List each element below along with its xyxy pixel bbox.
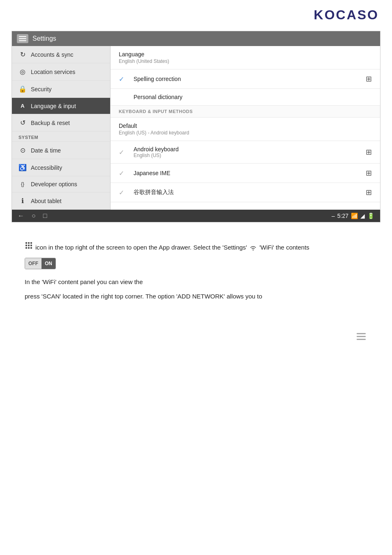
system-section-label: SYSTEM [12,132,110,142]
back-button[interactable]: ← [18,212,24,220]
spelling-correction-row[interactable]: ✓ Spelling correction ⊞ [111,69,380,89]
wifi-icon-inline [249,242,257,253]
japanese-ime-row[interactable]: ✓ Japanese IME ⊞ [111,164,380,183]
svg-rect-10 [357,333,366,334]
default-keyboard-subtitle: English (US) - Android keyboard [119,130,189,136]
language-title: Language [119,51,144,58]
app-drawer-icon-inline [25,241,33,253]
guge-input-check: ✓ [119,189,129,197]
body-line-2: In the 'WiFi' content panel you can view… [25,277,367,287]
android-keyboard-subtitle: English (US) [134,153,361,158]
time-display: 5:27 [337,213,348,219]
android-keyboard-row[interactable]: ✓ Android keyboard English (US) ⊞ [111,141,380,164]
wifi-toggle[interactable]: OFF ON [25,258,56,269]
default-keyboard-label: Default [119,123,137,129]
android-keyboard-label: Android keyboard [134,146,361,153]
guge-input-row[interactable]: ✓ 谷歌拼音输入法 ⊞ [111,183,380,202]
accounts-sync-icon: ↻ [18,51,27,58]
android-keyboard-check: ✓ [119,148,129,156]
location-services-icon: ◎ [18,68,27,76]
svg-rect-11 [357,336,366,337]
svg-rect-8 [30,247,32,249]
svg-rect-12 [357,339,366,340]
svg-rect-2 [30,242,32,244]
japanese-ime-settings-icon[interactable]: ⊞ [366,169,372,178]
sidebar-label-security: Security [31,86,52,92]
spelling-correction-check: ✓ [119,75,129,83]
instruction-line-1: icon in the top right of the screen to o… [25,241,367,253]
sidebar-item-accounts-sync[interactable]: ↻ Accounts & sync [12,46,110,63]
developer-options-icon: {} [18,181,27,187]
sidebar-label-location-services: Location services [31,69,75,75]
status-bar: ← ○ □ – 5:27 📶 ◢ 🔋 [12,210,380,222]
sidebar-label-accounts-sync: Accounts & sync [31,51,74,58]
sidebar-label-about-tablet: About tablet [31,198,62,204]
guge-input-label: 谷歌拼音输入法 [134,189,174,196]
svg-rect-0 [25,242,27,244]
settings-title: Settings [32,35,56,42]
brand-logo: KOCASO [0,0,392,27]
svg-rect-6 [25,247,27,249]
japanese-ime-label: Japanese IME [134,170,171,176]
main-content: Language English (United States) ✓ Spell… [111,46,380,210]
sidebar-item-developer-options[interactable]: {} Developer options [12,176,110,192]
bottom-area [25,306,367,388]
security-icon: 🔒 [18,85,27,93]
sidebar-label-backup-reset: Backup & reset [31,120,70,126]
spelling-correction-label: Spelling correction [134,76,181,82]
settings-body: ↻ Accounts & sync ◎ Location services 🔒 … [12,46,380,210]
spelling-correction-settings-icon[interactable]: ⊞ [366,74,372,83]
svg-rect-7 [28,247,30,249]
about-tablet-icon: ℹ [18,197,27,205]
svg-rect-4 [28,245,30,246]
svg-point-9 [253,250,254,250]
body-line-3: press 'SCAN' located in the right top co… [25,291,367,302]
recents-button[interactable]: □ [43,212,47,220]
wifi-status-icon: 📶 [351,213,358,219]
keyboard-section-header: KEYBOARD & INPUT METHODS [111,106,380,118]
sidebar-label-language-input: Language & input [31,103,76,109]
sidebar-item-security[interactable]: 🔒 Security [12,81,110,98]
signal-icon: ◢ [360,213,365,219]
language-subtitle: English (United States) [119,58,169,64]
toggle-on-label[interactable]: ON [42,258,55,269]
nav-buttons: ← ○ □ [18,212,47,220]
sidebar-label-date-time: Date & time [31,147,61,154]
sidebar-item-language-input[interactable]: A Language & input [12,98,110,114]
sidebar-item-backup-reset[interactable]: ↺ Backup & reset [12,114,110,132]
language-row[interactable]: Language English (United States) [111,46,380,69]
toggle-off-label[interactable]: OFF [25,258,42,269]
japanese-ime-check: ✓ [119,169,129,177]
home-button[interactable]: ○ [32,212,36,220]
svg-rect-1 [28,242,30,244]
personal-dictionary-label: Personal dictionary [134,94,182,100]
backup-reset-icon: ↺ [18,119,27,127]
default-keyboard-row[interactable]: Default English (US) - Android keyboard [111,118,380,141]
menu-icon-bottom [355,331,367,346]
status-bar-right: – 5:27 📶 ◢ 🔋 [332,213,374,219]
toggle-row: OFF ON [25,258,367,269]
settings-titlebar-icon [17,34,28,43]
accessibility-icon: ♿ [18,164,27,171]
svg-rect-5 [30,245,32,246]
svg-rect-3 [25,245,27,246]
sidebar-label-developer-options: Developer options [31,181,77,187]
sidebar-item-accessibility[interactable]: ♿ Accessibility [12,159,110,176]
settings-titlebar: Settings [12,31,380,46]
sidebar-item-date-time[interactable]: ⊙ Date & time [12,142,110,159]
instruction-text-wifi: 'WiFi' the contents [259,242,309,253]
battery-icon: 🔋 [367,213,374,219]
android-keyboard-settings-icon[interactable]: ⊞ [366,148,372,157]
instruction-text-1: icon in the top right of the screen to o… [35,242,247,253]
sidebar-item-about-tablet[interactable]: ℹ About tablet [12,192,110,210]
language-input-icon: A [18,102,27,109]
sidebar: ↻ Accounts & sync ◎ Location services 🔒 … [12,46,111,210]
settings-panel: Settings ↻ Accounts & sync ◎ Location se… [12,31,380,222]
guge-input-settings-icon[interactable]: ⊞ [366,188,372,197]
sidebar-item-location-services[interactable]: ◎ Location services [12,63,110,81]
dash-indicator: – [332,213,335,219]
personal-dictionary-row[interactable]: Personal dictionary [111,89,380,106]
body-text-area: icon in the top right of the screen to o… [0,230,392,388]
sidebar-label-accessibility: Accessibility [31,164,62,171]
date-time-icon: ⊙ [18,146,27,154]
